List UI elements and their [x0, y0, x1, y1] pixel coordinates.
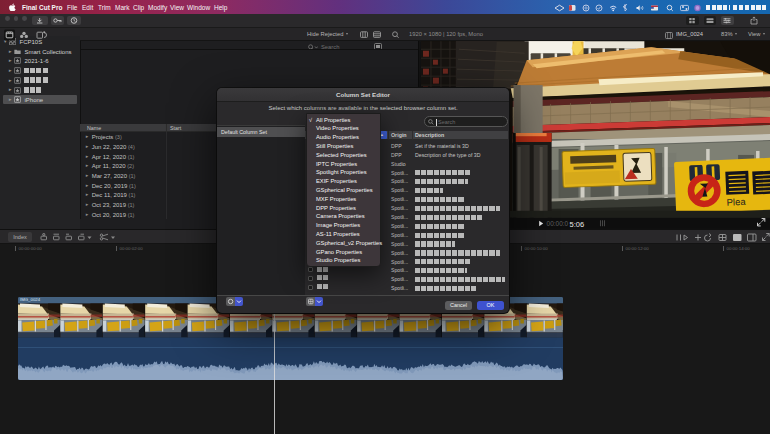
svg-text:5:06: 5:06 [570, 220, 585, 229]
svg-text:00:00:0: 00:00:0 [547, 220, 569, 227]
svg-text:Plea: Plea [726, 196, 746, 208]
